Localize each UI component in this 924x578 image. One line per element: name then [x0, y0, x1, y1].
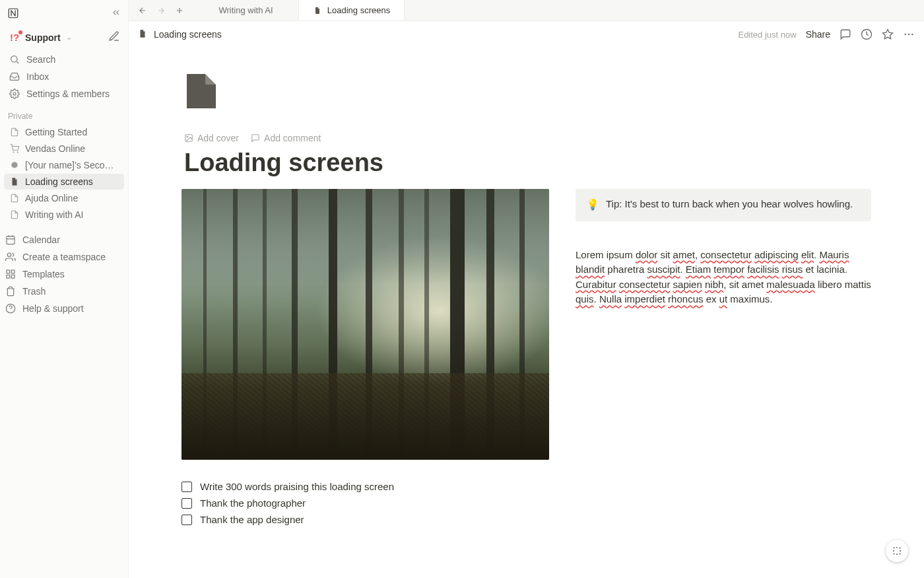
content-image-forest[interactable]: [182, 189, 549, 460]
checkbox[interactable]: [182, 515, 192, 525]
inbox-icon: [9, 71, 20, 82]
workspace-name: Support: [25, 32, 61, 43]
sidebar-page-vendas-online[interactable]: Vendas Online: [4, 141, 124, 157]
spellcheck-word: suscipit: [647, 264, 680, 275]
sidebar-item-label: Templates: [22, 269, 65, 279]
text-span: .: [680, 264, 685, 275]
workspace-icon: !?: [8, 31, 21, 44]
nav-back-button[interactable]: [135, 3, 150, 18]
text-span: Lorem ipsum: [576, 249, 636, 260]
comments-icon[interactable]: [840, 28, 851, 40]
add-cover-button[interactable]: Add cover: [184, 133, 239, 143]
todo-text[interactable]: Thank the app designer: [200, 514, 304, 525]
svg-point-2: [13, 92, 16, 95]
sidebar-item-label: Calendar: [22, 235, 60, 245]
text-span: , sit amet: [723, 279, 766, 290]
svg-point-17: [911, 34, 913, 35]
spellcheck-word: nibh: [705, 279, 723, 290]
collapse-sidebar-icon[interactable]: [111, 7, 121, 20]
new-page-button[interactable]: [108, 30, 120, 44]
sidebar-create-teamspace[interactable]: Create a teamspace: [0, 248, 128, 266]
spellcheck-word: Mauris: [819, 249, 849, 260]
callout-text[interactable]: Tip: It's best to turn back when you hea…: [606, 198, 853, 209]
svg-point-19: [187, 136, 188, 137]
sidebar-settings[interactable]: Settings & members: [4, 85, 124, 102]
sidebar-utility-list: Calendar Create a teamspace Templates Tr…: [0, 231, 128, 317]
sidebar-calendar[interactable]: Calendar: [0, 231, 128, 248]
more-icon[interactable]: [903, 28, 915, 40]
todo-item[interactable]: Thank the photographer: [182, 495, 549, 511]
favorite-icon[interactable]: [882, 28, 894, 40]
sidebar-item-label: Writing with AI: [25, 209, 83, 220]
sidebar-item-label: Vendas Online: [25, 143, 85, 154]
sidebar-item-label: Trash: [22, 286, 46, 297]
todo-item[interactable]: Write 300 words praising this loading sc…: [182, 478, 549, 495]
sidebar-settings-label: Settings & members: [26, 89, 110, 99]
nav-forward-button[interactable]: [154, 3, 168, 18]
doc-icon: [9, 127, 20, 137]
share-button[interactable]: Share: [806, 29, 830, 40]
svg-point-7: [7, 253, 11, 256]
svg-point-1: [11, 56, 17, 62]
page-icon[interactable]: [187, 74, 246, 122]
new-tab-button[interactable]: [172, 3, 187, 18]
sidebar-help[interactable]: Help & support: [0, 300, 128, 317]
page-title[interactable]: Loading screens: [184, 149, 871, 177]
sidebar-inbox-label: Inbox: [26, 71, 49, 82]
checkbox[interactable]: [182, 482, 192, 492]
image-icon: [184, 133, 193, 143]
sidebar-inbox[interactable]: Inbox: [4, 68, 124, 85]
callout-block[interactable]: 💡 Tip: It's best to turn back when you h…: [576, 189, 871, 221]
text-span: et lacinia.: [803, 264, 847, 275]
sidebar-item-label: Getting Started: [25, 127, 87, 137]
sidebar-page-ajuda-online[interactable]: Ajuda Online: [4, 190, 124, 206]
sidebar-item-label: Help & support: [22, 303, 84, 314]
teamspace-icon: [5, 252, 16, 262]
search-icon: [9, 54, 20, 65]
doc-icon: [9, 209, 20, 220]
spellcheck-word: Etiam: [686, 264, 711, 275]
tab-writing-with-ai[interactable]: Writing with AI: [193, 0, 299, 20]
workspace-switcher[interactable]: !? Support ⌄: [8, 31, 72, 44]
sidebar-trash[interactable]: Trash: [0, 283, 128, 300]
add-comment-label: Add comment: [264, 133, 321, 143]
spellcheck-word: malesuada: [766, 279, 814, 290]
todo-item[interactable]: Thank the app designer: [182, 511, 549, 528]
todo-text[interactable]: Thank the photographer: [200, 497, 306, 509]
spellcheck-word: rhoncus: [668, 293, 703, 305]
tab-loading-screens[interactable]: Loading screens: [299, 0, 405, 20]
text-block[interactable]: Lorem ipsum dolor sit amet, consectetur …: [576, 248, 871, 307]
topbar: Loading screens Edited just now Share: [129, 21, 924, 48]
ai-fab-button[interactable]: [886, 540, 908, 562]
sidebar-page-loading-screens[interactable]: Loading screens: [4, 174, 124, 190]
svg-marker-14: [883, 30, 893, 39]
text-span: sit: [657, 249, 673, 260]
edited-status: Edited just now: [738, 30, 796, 40]
sidebar-section-private[interactable]: Private: [0, 105, 128, 124]
text-span: ex: [703, 293, 719, 305]
svg-point-16: [908, 34, 909, 35]
breadcrumb[interactable]: Loading screens: [138, 29, 222, 40]
sidebar-page-getting-started[interactable]: Getting Started: [4, 124, 124, 140]
calendar-icon: [5, 235, 16, 245]
svg-point-3: [13, 152, 14, 153]
spellcheck-word: risus: [782, 264, 803, 275]
chevron-down-icon: ⌄: [66, 33, 72, 42]
updates-icon[interactable]: [861, 28, 873, 40]
templates-icon: [5, 269, 16, 279]
spellcheck-word: elit: [801, 249, 814, 260]
todo-text[interactable]: Write 300 words praising this loading sc…: [200, 481, 394, 492]
doc-dark-icon: [9, 176, 20, 187]
spellcheck-word: tempor: [713, 264, 744, 275]
sidebar-templates[interactable]: Templates: [0, 266, 128, 283]
sidebar-page-second-brain[interactable]: [Your name]'s Second Brain: [4, 157, 124, 173]
sidebar-search[interactable]: Search: [4, 51, 124, 68]
spellcheck-word: adipiscing: [754, 249, 799, 260]
app-logo: [7, 7, 20, 20]
sidebar-page-writing-with-ai[interactable]: Writing with AI: [4, 207, 124, 223]
svg-rect-6: [7, 236, 15, 244]
checkbox[interactable]: [182, 498, 192, 509]
add-comment-button[interactable]: Add comment: [251, 133, 321, 143]
main-area: Writing with AI Loading screens Loading …: [129, 0, 924, 578]
tabs-bar: Writing with AI Loading screens: [129, 0, 924, 21]
